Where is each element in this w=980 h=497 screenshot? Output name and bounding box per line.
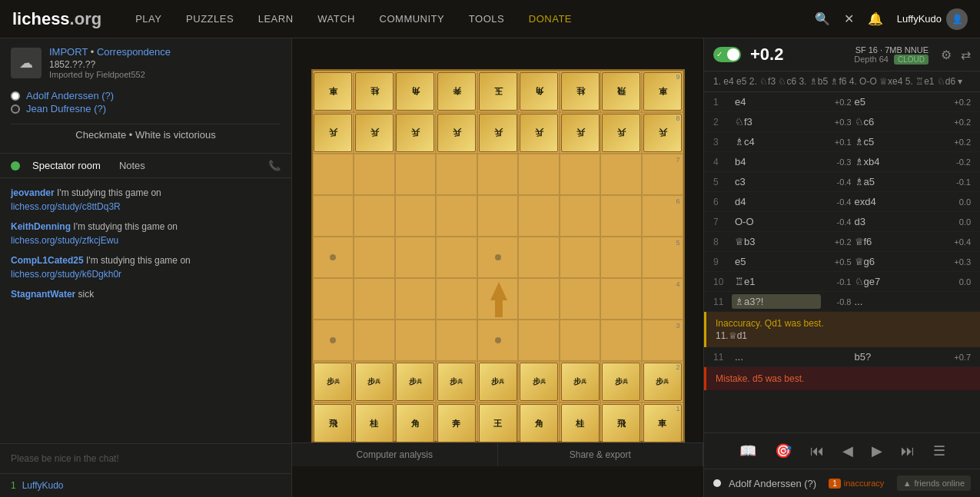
sq-g5[interactable] (560, 237, 601, 278)
piece-b9[interactable]: 桂 (355, 72, 394, 111)
white-move-1[interactable]: e4 (732, 94, 821, 109)
sq-c5[interactable] (395, 237, 437, 278)
share-export-tab[interactable]: Share & export (498, 443, 704, 466)
chat-user-3[interactable]: CompL1Cated25 (11, 255, 84, 266)
sq-g3[interactable] (560, 320, 601, 361)
black-move-7[interactable]: d3 (852, 214, 941, 229)
piece-a8[interactable]: 兵 (314, 114, 352, 152)
black-move-11[interactable]: ... (852, 294, 941, 309)
sq-g1[interactable]: 桂 (560, 403, 601, 444)
piece-e1[interactable]: 王 (479, 404, 517, 442)
close-icon[interactable]: ✕ (844, 12, 854, 26)
sq-b5[interactable] (354, 237, 395, 278)
sq-c2[interactable]: 步兵 (395, 361, 437, 403)
sq-g7[interactable] (560, 154, 601, 195)
black-move-1[interactable]: e5 (852, 94, 941, 109)
nav-community[interactable]: COMMUNITY (380, 13, 445, 25)
sq-c9[interactable]: 角 (395, 71, 437, 112)
sq-b2[interactable]: 步兵 (354, 361, 395, 403)
target-icon[interactable]: 🎯 (769, 439, 798, 462)
sq-e4[interactable] (477, 278, 519, 320)
piece-e9[interactable]: 玉 (479, 72, 517, 111)
piece-e8[interactable]: 兵 (479, 114, 517, 152)
sq-d4[interactable] (436, 278, 477, 320)
sq-i6[interactable]: 6 (642, 195, 683, 237)
sq-f9[interactable]: 角 (518, 71, 560, 112)
correspondence-link[interactable]: Correspondence (97, 46, 171, 58)
sq-f5[interactable] (518, 237, 560, 278)
chess-board[interactable]: 車 桂 角 奔 玉 角 桂 飛 車9 兵 兵 兵 兵 兵 兵 兵 兵 兵8 (311, 69, 685, 442)
last-button[interactable]: ⏭ (895, 440, 921, 462)
sq-i7[interactable]: 7 (642, 154, 683, 195)
sq-a4[interactable] (313, 278, 354, 320)
sq-h3[interactable] (600, 320, 642, 361)
username[interactable]: LuffyKudo 👤 (897, 8, 968, 30)
friends-online-button[interactable]: ▲ friends online (897, 475, 971, 491)
sq-b1[interactable]: 桂 (354, 403, 395, 444)
sq-f6[interactable] (518, 195, 560, 237)
sq-h8[interactable]: 兵 (600, 112, 642, 154)
online-username[interactable]: LuffyKudo (22, 480, 64, 491)
sq-g8[interactable]: 兵 (560, 112, 601, 154)
white-move-2[interactable]: ♘f3 (732, 114, 821, 129)
sq-i9[interactable]: 車9 (642, 71, 683, 112)
sq-i5[interactable]: 5 (642, 237, 683, 278)
black-move-2[interactable]: ♘c6 (852, 114, 941, 129)
sq-e9[interactable]: 玉 (477, 71, 519, 112)
white-move-9[interactable]: e5 (732, 254, 821, 269)
chat-user-1[interactable]: jeovander (11, 187, 55, 198)
sq-e2[interactable]: 步兵 (477, 361, 519, 403)
black-move-9[interactable]: ♕g6 (852, 254, 941, 269)
white-player-name[interactable]: Adolf Anderssen (?) (26, 90, 114, 101)
sq-b3[interactable] (354, 320, 395, 361)
sq-b9[interactable]: 桂 (354, 71, 395, 112)
flip-icon[interactable]: ⇄ (961, 48, 971, 62)
sq-a3[interactable] (313, 320, 354, 361)
chat-placeholder[interactable]: Please be nice in the chat! (11, 450, 281, 467)
inaccuracy-move[interactable]: 11.♕d1 (716, 330, 971, 341)
piece-f1[interactable]: 角 (520, 404, 558, 442)
white-move-5[interactable]: c3 (732, 174, 821, 189)
sq-h9[interactable]: 飛 (600, 71, 642, 112)
sq-b4[interactable] (354, 278, 395, 320)
sq-f3[interactable] (518, 320, 560, 361)
white-move-11b[interactable]: ... (732, 350, 821, 364)
sq-g9[interactable]: 桂 (560, 71, 601, 112)
sq-e1[interactable]: 王 (477, 403, 519, 444)
sq-a7[interactable] (313, 154, 354, 195)
piece-b1[interactable]: 桂 (355, 404, 394, 442)
piece-a9[interactable]: 車 (314, 72, 352, 111)
bell-icon[interactable]: 🔔 (868, 12, 883, 26)
piece-b2[interactable]: 步兵 (355, 363, 394, 401)
piece-g8[interactable]: 兵 (561, 114, 600, 152)
piece-b8[interactable]: 兵 (355, 114, 394, 152)
nav-watch[interactable]: WATCH (317, 13, 355, 25)
piece-g9[interactable]: 桂 (561, 72, 600, 111)
sq-e6[interactable] (477, 195, 519, 237)
black-move-10[interactable]: ♘ge7 (852, 274, 941, 289)
nav-play[interactable]: PLAY (135, 13, 161, 25)
sq-c8[interactable]: 兵 (395, 112, 437, 154)
sq-d9[interactable]: 奔 (436, 71, 477, 112)
sq-a5[interactable] (313, 237, 354, 278)
sq-d6[interactable] (436, 195, 477, 237)
black-move-11b[interactable]: b5? (852, 350, 941, 364)
black-player-name[interactable]: Jean Dufresne (?) (26, 103, 106, 114)
piece-d2[interactable]: 步兵 (437, 363, 476, 401)
white-move-8[interactable]: ♕b3 (732, 234, 821, 249)
sq-d5[interactable] (436, 237, 477, 278)
nav-learn[interactable]: LEARN (258, 13, 294, 25)
white-move-10[interactable]: ♖e1 (732, 274, 821, 289)
chat-link-1[interactable]: lichess.org/study/c8ttDq3R (11, 201, 121, 212)
sq-g4[interactable] (560, 278, 601, 320)
black-move-4[interactable]: ♗xb4 (852, 154, 941, 169)
sq-e7[interactable] (477, 154, 519, 195)
piece-d9[interactable]: 奔 (437, 72, 476, 111)
notes-tab[interactable]: Notes (119, 160, 145, 171)
sq-e5[interactable] (477, 237, 519, 278)
piece-h2[interactable]: 步兵 (602, 363, 640, 401)
logo[interactable]: lichess.org (12, 9, 101, 29)
sq-c4[interactable] (395, 278, 437, 320)
nav-tools[interactable]: TOOLS (469, 13, 504, 25)
sq-c3[interactable] (395, 320, 437, 361)
